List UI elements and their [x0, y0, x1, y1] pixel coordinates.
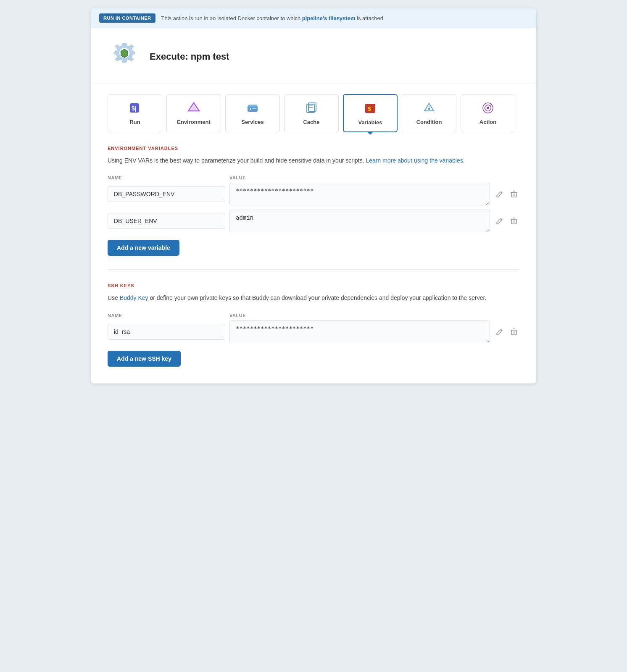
- run-in-container-bar: RUN IN CONTAINER This action is run in a…: [91, 8, 536, 28]
- action-icon-tab: [481, 101, 495, 115]
- action-title: Execute: npm test: [150, 51, 229, 62]
- svg-rect-10: [252, 108, 256, 109]
- tab-cache-label: Cache: [303, 119, 319, 125]
- ssh-value-label: VALUE: [229, 313, 519, 318]
- env-value-input-0[interactable]: **********************: [229, 183, 490, 205]
- section-divider: [108, 269, 519, 270]
- svg-rect-8: [248, 105, 257, 107]
- env-value-input-1[interactable]: admin: [229, 210, 490, 232]
- tab-run[interactable]: $| Run: [108, 94, 162, 132]
- ssh-keys-desc: Use Buddy Key or define your own private…: [108, 293, 519, 302]
- env-delete-btn-0[interactable]: [508, 189, 519, 200]
- tab-environment[interactable]: Environment: [166, 94, 221, 132]
- svg-point-9: [250, 108, 251, 110]
- add-ssh-key-button[interactable]: Add a new SSH key: [108, 351, 181, 367]
- header-section: Execute: npm test: [91, 28, 536, 84]
- env-edit-btn-1[interactable]: [494, 215, 505, 226]
- learn-more-link[interactable]: Learn more about using the variables.: [366, 157, 464, 164]
- tabs-grid: $| Run Environment: [108, 94, 519, 132]
- ssh-keys-heading: SSH KEYS: [108, 283, 519, 288]
- tab-action[interactable]: Action: [461, 94, 515, 132]
- env-variables-heading: ENVIRONMENT VARIABLES: [108, 146, 519, 151]
- svg-line-22: [490, 104, 492, 105]
- svg-rect-33: [511, 330, 516, 335]
- ssh-name-input-0[interactable]: [108, 324, 225, 340]
- env-delete-btn-1[interactable]: [508, 215, 519, 226]
- run-in-container-text: This action is run in an isolated Docker…: [161, 15, 383, 21]
- add-variable-button[interactable]: Add a new variable: [108, 240, 179, 256]
- environment-icon: [187, 101, 200, 115]
- env-value-label: VALUE: [229, 175, 519, 180]
- action-icon: [108, 40, 141, 74]
- ssh-row-actions-0: [494, 326, 519, 337]
- content-section: ENVIRONMENT VARIABLES Using ENV VARs is …: [91, 132, 536, 383]
- main-card: RUN IN CONTAINER This action is run in a…: [91, 8, 536, 383]
- env-var-row-0: **********************: [108, 183, 519, 205]
- filesystem-link[interactable]: pipeline's filesystem: [302, 15, 356, 21]
- ssh-delete-btn-0[interactable]: [508, 326, 519, 337]
- svg-rect-28: [511, 219, 516, 224]
- svg-text:$: $: [368, 105, 371, 112]
- env-name-input-1[interactable]: [108, 213, 225, 229]
- ssh-edit-btn-0[interactable]: [494, 326, 505, 337]
- tab-environment-label: Environment: [177, 119, 210, 125]
- env-edit-btn-0[interactable]: [494, 189, 505, 200]
- svg-text:$|: $|: [132, 105, 137, 112]
- tab-condition-label: Condition: [416, 119, 442, 125]
- env-variables-section: ENVIRONMENT VARIABLES Using ENV VARs is …: [108, 146, 519, 256]
- run-in-container-badge: RUN IN CONTAINER: [99, 13, 155, 23]
- ssh-value-input-0[interactable]: **********************: [229, 320, 490, 343]
- env-fields-header: NAME VALUE: [108, 175, 519, 180]
- tab-action-label: Action: [479, 119, 496, 125]
- condition-icon: [422, 101, 436, 115]
- tab-cache[interactable]: Cache: [284, 94, 339, 132]
- ssh-row-0: **********************: [108, 320, 519, 343]
- services-icon: [246, 101, 259, 115]
- tab-services[interactable]: Services: [225, 94, 280, 132]
- ssh-fields-header: NAME VALUE: [108, 313, 519, 318]
- svg-point-18: [428, 108, 430, 110]
- env-name-label: NAME: [108, 175, 225, 180]
- env-variables-desc: Using ENV VARs is the best way to parame…: [108, 156, 519, 165]
- ssh-keys-section: SSH KEYS Use Buddy Key or define your ow…: [108, 283, 519, 366]
- svg-point-21: [487, 107, 489, 109]
- tabs-section: $| Run Environment: [91, 84, 536, 132]
- cache-icon: [305, 101, 318, 115]
- tab-condition[interactable]: Condition: [402, 94, 456, 132]
- svg-rect-23: [511, 192, 516, 197]
- env-row-actions-1: [494, 215, 519, 226]
- env-name-input-0[interactable]: [108, 186, 225, 202]
- ssh-name-label: NAME: [108, 313, 225, 318]
- variables-icon: $: [364, 102, 377, 115]
- tab-variables[interactable]: $ Variables: [343, 94, 398, 132]
- tab-run-label: Run: [129, 119, 140, 125]
- run-icon: $|: [128, 101, 142, 115]
- buddy-key-link[interactable]: Buddy Key: [120, 294, 148, 301]
- env-var-row-1: admin: [108, 210, 519, 232]
- tab-variables-label: Variables: [358, 119, 382, 126]
- env-row-actions-0: [494, 189, 519, 200]
- tab-services-label: Services: [241, 119, 264, 125]
